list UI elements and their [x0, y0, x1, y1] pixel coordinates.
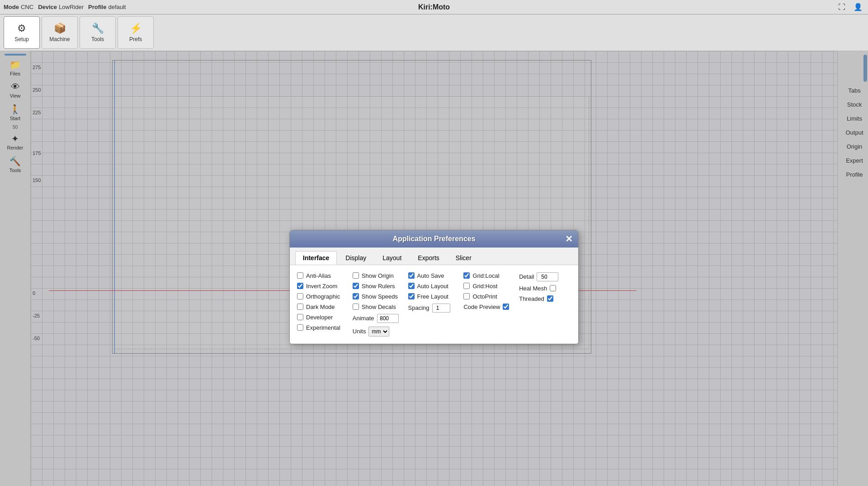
machine-label: Machine	[49, 36, 70, 42]
experimental-label: Experimental	[306, 324, 340, 331]
dialog-tabs: Interface Display Layout Exports Slicer	[290, 248, 578, 265]
dialog-tab-layout[interactable]: Layout	[375, 251, 409, 265]
anti-alias-row: Anti-Alias	[297, 272, 349, 279]
dark-mode-checkbox[interactable]	[297, 304, 303, 310]
free-layout-row: Free Layout	[408, 293, 460, 300]
auto-layout-row: Auto Layout	[408, 283, 460, 290]
profile-group: Profile default	[88, 4, 126, 10]
mode-value[interactable]: CNC	[21, 4, 33, 10]
device-label: Device	[38, 4, 57, 10]
show-rulers-row: Show Rulers	[353, 283, 405, 290]
main-area: 📁 Files 👁 View 🚶 Start 50 ✦ Render 🔨 Too…	[0, 51, 868, 486]
mode-group: Mode CNC	[4, 4, 33, 10]
machine-icon: 📦	[54, 23, 66, 34]
invert-zoom-checkbox[interactable]	[297, 283, 303, 289]
heal-mesh-checkbox[interactable]	[550, 285, 556, 291]
octoprint-label: OctoPrint	[472, 293, 497, 300]
animate-label: Animate	[353, 315, 374, 322]
app-title: Kiri:Moto	[418, 3, 450, 11]
interface-col: Anti-Alias Invert Zoom Orthographic	[297, 272, 349, 336]
tools-icon: 🔧	[92, 23, 104, 34]
show-rulers-label: Show Rulers	[362, 283, 395, 290]
setup-button[interactable]: ⚙ Setup	[4, 16, 40, 49]
orthographic-checkbox[interactable]	[297, 293, 303, 299]
units-label: Units	[353, 328, 366, 335]
free-layout-label: Free Layout	[417, 293, 448, 300]
orthographic-row: Orthographic	[297, 293, 349, 300]
heal-mesh-row: Heal Mesh	[519, 285, 571, 292]
dialog-tab-exports[interactable]: Exports	[410, 251, 447, 265]
tools-label: Tools	[91, 36, 104, 42]
dialog-title: Application Preferences	[392, 235, 475, 243]
device-value[interactable]: LowRider	[59, 4, 84, 10]
show-speeds-label: Show Speeds	[362, 293, 398, 300]
code-preview-row: Code Preview	[463, 304, 515, 310]
prefs-icon: ⚡	[130, 23, 142, 34]
show-decals-label: Show Decals	[362, 304, 396, 310]
spacing-input[interactable]	[432, 304, 450, 313]
profile-value[interactable]: default	[108, 4, 126, 10]
dialog-tab-slicer[interactable]: Slicer	[448, 251, 479, 265]
show-rulers-checkbox[interactable]	[353, 283, 359, 289]
tools-button[interactable]: 🔧 Tools	[80, 16, 116, 49]
experimental-checkbox[interactable]	[297, 324, 303, 331]
dialog-title-bar: Application Preferences ✕	[290, 230, 578, 248]
grid-local-row: Grid:Local	[463, 272, 515, 279]
machine-button[interactable]: 📦 Machine	[42, 16, 78, 49]
dialog-content: Anti-Alias Invert Zoom Orthographic	[290, 265, 578, 344]
prefs-label: Prefs	[129, 36, 142, 42]
slicer-col: Detail Heal Mesh Threaded	[519, 272, 571, 336]
anti-alias-checkbox[interactable]	[297, 272, 303, 279]
animate-input[interactable]	[377, 314, 399, 323]
code-preview-checkbox[interactable]	[503, 304, 509, 310]
developer-row: Developer	[297, 314, 349, 321]
show-origin-row: Show Origin	[353, 272, 405, 279]
threaded-label: Threaded	[519, 295, 544, 302]
octoprint-checkbox[interactable]	[463, 293, 470, 299]
exports-col: Grid:Local Grid:Host OctoPrint Code Prev…	[463, 272, 515, 336]
dialog-tab-interface[interactable]: Interface	[295, 251, 337, 265]
show-speeds-checkbox[interactable]	[353, 293, 359, 299]
setup-icon: ⚙	[17, 23, 26, 34]
toolbar-row: ⚙ Setup 📦 Machine 🔧 Tools ⚡ Prefs	[0, 14, 868, 51]
experimental-row: Experimental	[297, 324, 349, 331]
grid-host-checkbox[interactable]	[463, 283, 470, 289]
dark-mode-label: Dark Mode	[306, 304, 335, 310]
grid-local-label: Grid:Local	[472, 272, 499, 279]
free-layout-checkbox[interactable]	[408, 293, 415, 299]
show-speeds-row: Show Speeds	[353, 293, 405, 300]
show-decals-checkbox[interactable]	[353, 304, 359, 310]
device-group: Device LowRider	[38, 4, 84, 10]
threaded-checkbox[interactable]	[547, 295, 553, 302]
display-col: Show Origin Show Rulers Show Speeds	[353, 272, 405, 336]
top-bar: Mode CNC Device LowRider Profile default…	[0, 0, 868, 14]
setup-label: Setup	[14, 36, 28, 42]
detail-label: Detail	[519, 273, 534, 280]
heal-mesh-label: Heal Mesh	[519, 285, 547, 292]
auto-save-checkbox[interactable]	[408, 272, 415, 279]
grid-local-checkbox[interactable]	[463, 272, 470, 279]
grid-host-label: Grid:Host	[472, 283, 497, 290]
auto-layout-checkbox[interactable]	[408, 283, 415, 289]
layout-col: Auto Save Auto Layout Free Layout Spacin…	[408, 272, 460, 336]
show-origin-checkbox[interactable]	[353, 272, 359, 279]
invert-zoom-label: Invert Zoom	[306, 283, 337, 290]
units-select[interactable]: mm in	[368, 327, 389, 336]
octoprint-row: OctoPrint	[463, 293, 515, 300]
code-preview-label: Code Preview	[463, 304, 500, 310]
detail-input[interactable]	[537, 272, 558, 281]
developer-checkbox[interactable]	[297, 314, 303, 320]
dialog-close-button[interactable]: ✕	[565, 234, 573, 243]
prefs-button[interactable]: ⚡ Prefs	[118, 16, 154, 49]
dialog-tab-display[interactable]: Display	[338, 251, 374, 265]
show-origin-label: Show Origin	[362, 272, 394, 279]
auto-save-label: Auto Save	[417, 272, 444, 279]
user-icon[interactable]: 👤	[852, 1, 864, 14]
units-row: Units mm in	[353, 327, 405, 336]
auto-save-row: Auto Save	[408, 272, 460, 279]
expand-icon[interactable]: ⛶	[835, 1, 848, 14]
spacing-label: Spacing	[408, 304, 429, 311]
detail-row: Detail	[519, 272, 571, 281]
developer-label: Developer	[306, 314, 333, 321]
anti-alias-label: Anti-Alias	[306, 272, 331, 279]
